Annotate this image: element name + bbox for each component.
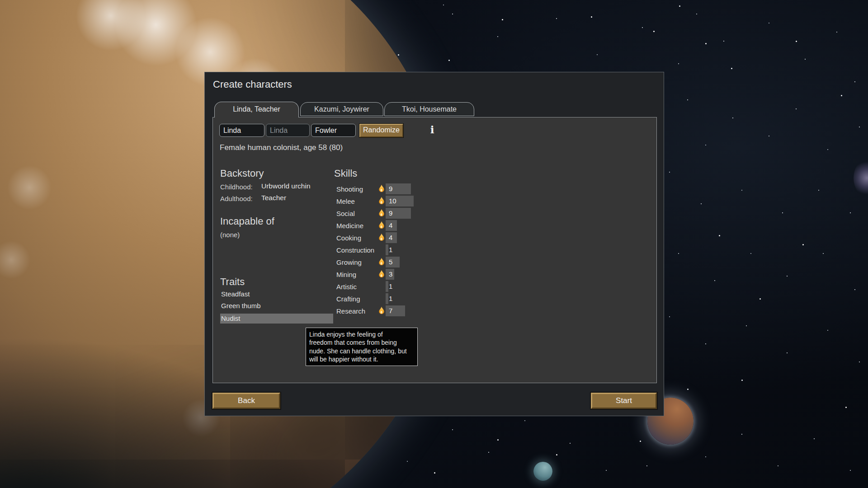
backstory-section: Backstory Childhood: Urbworld urchin Adu… — [220, 168, 338, 179]
passion-flame-icon — [379, 270, 384, 278]
tab-label: Linda, Teacher — [233, 105, 280, 113]
skill-level: 4 — [389, 221, 392, 229]
skill-level: 1 — [389, 246, 392, 253]
create-characters-dialog: Create characters Linda, Teacher Kazumi,… — [204, 72, 664, 416]
tab-label: Kazumi, Joywirer — [314, 105, 369, 113]
skill-level: 4 — [389, 234, 392, 241]
nickname-field[interactable] — [266, 124, 310, 137]
teal-moon — [533, 462, 552, 481]
skill-row[interactable]: Construction 1 — [334, 244, 483, 256]
first-name-field[interactable] — [219, 124, 264, 137]
character-tab[interactable]: Tkoi, Housemate — [384, 102, 474, 116]
passion-flame-icon — [379, 258, 384, 266]
skill-label: Growing — [336, 258, 362, 266]
skills-list: Shooting 9 Melee 10 Social — [334, 183, 483, 317]
trait-tooltip: Linda enjoys the feeling of freedom that… — [306, 328, 418, 366]
colonist-summary: Female human colonist, age 58 (80) — [220, 143, 343, 152]
skill-row[interactable]: Melee 10 — [334, 195, 483, 207]
skill-bar — [386, 293, 388, 304]
skill-level: 10 — [389, 197, 396, 205]
childhood-label: Childhood: — [220, 183, 253, 191]
skill-bar — [386, 257, 400, 267]
traits-heading: Traits — [220, 276, 333, 288]
skill-label: Crafting — [336, 295, 360, 303]
character-tab[interactable]: Linda, Teacher — [214, 102, 299, 117]
skill-bar — [386, 281, 388, 292]
skill-label: Mining — [336, 271, 356, 278]
passion-flame-icon — [379, 185, 384, 192]
skill-level: 1 — [389, 295, 392, 302]
skill-level: 3 — [389, 270, 392, 278]
skill-label: Medicine — [336, 222, 363, 230]
skill-label: Melee — [336, 197, 355, 205]
character-panel: Randomize i Female human colonist, age 5… — [212, 117, 657, 383]
last-name-field[interactable] — [311, 124, 356, 137]
skill-row[interactable]: Crafting 1 — [334, 293, 483, 305]
skills-heading: Skills — [334, 168, 483, 179]
skill-bar — [386, 244, 388, 255]
passion-flame-icon — [379, 221, 384, 229]
skill-label: Research — [336, 307, 365, 315]
traits-list: Steadfast Green thumb Nudist — [220, 289, 333, 324]
skill-row[interactable]: Mining 3 — [334, 268, 483, 281]
skill-level: 9 — [389, 185, 392, 192]
passion-flame-icon — [379, 197, 384, 205]
skill-level: 1 — [389, 282, 392, 290]
skill-row[interactable]: Research 7 — [334, 305, 483, 317]
skill-row[interactable]: Medicine 4 — [334, 220, 483, 232]
traits-section: Traits Steadfast Green thumb Nudist — [220, 276, 333, 288]
skill-label: Social — [336, 210, 355, 217]
skill-row[interactable]: Growing 5 — [334, 256, 483, 268]
skill-level: 9 — [389, 209, 392, 217]
start-button[interactable]: Start — [591, 393, 657, 409]
skill-label: Artistic — [336, 283, 357, 291]
incapable-value: (none) — [220, 231, 240, 239]
skills-section: Skills Shooting 9 Melee 10 Social — [334, 168, 483, 179]
skill-label: Shooting — [336, 185, 363, 193]
adulthood-label: Adulthood: — [220, 195, 253, 202]
passion-flame-icon — [379, 234, 384, 241]
adulthood-value[interactable]: Teacher — [261, 194, 286, 202]
skill-row[interactable]: Social 9 — [334, 207, 483, 220]
skill-row[interactable]: Artistic 1 — [334, 281, 483, 293]
tab-label: Tkoi, Housemate — [402, 105, 457, 113]
skill-label: Construction — [336, 246, 374, 254]
childhood-value[interactable]: Urbworld urchin — [261, 182, 311, 190]
randomize-button[interactable]: Randomize — [359, 124, 403, 137]
trait-item[interactable]: Nudist — [220, 314, 333, 324]
info-icon[interactable]: i — [428, 124, 437, 136]
passion-flame-icon — [379, 209, 384, 217]
passion-flame-icon — [379, 307, 384, 314]
character-tab[interactable]: Kazumi, Joywirer — [300, 102, 383, 116]
skill-level: 5 — [389, 258, 392, 266]
backstory-heading: Backstory — [220, 168, 338, 179]
skill-row[interactable]: Cooking 4 — [334, 232, 483, 244]
skill-level: 7 — [389, 307, 392, 314]
trait-item[interactable]: Green thumb — [220, 300, 333, 312]
trait-item[interactable]: Steadfast — [220, 289, 333, 300]
page-title: Create characters — [213, 79, 292, 90]
incapable-heading: Incapable of — [220, 216, 274, 227]
back-button[interactable]: Back — [212, 393, 280, 409]
skill-row[interactable]: Shooting 9 — [334, 183, 483, 195]
skill-label: Cooking — [336, 234, 361, 242]
